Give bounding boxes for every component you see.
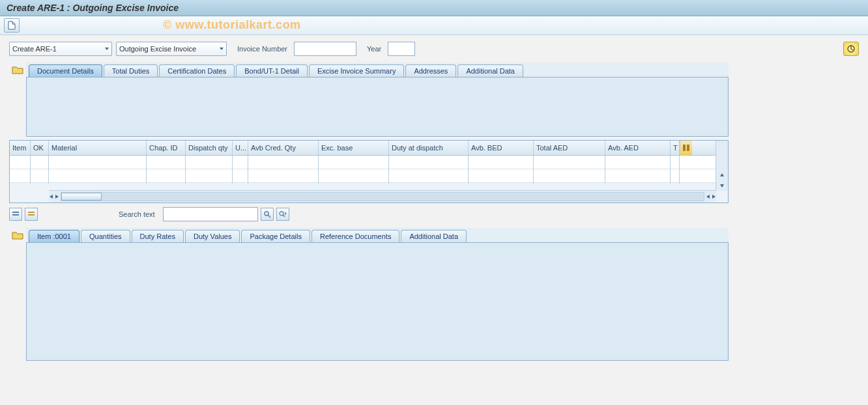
action-select-value: Create ARE-1 [12,45,57,53]
table-row[interactable] [10,156,728,169]
th-avb-bed[interactable]: Avb. BED [469,141,534,155]
collapse-header-button[interactable] [12,65,23,76]
table-header: Item OK Material Chap. ID Dispatch qty U… [10,141,728,156]
filter-row: Create ARE-1 Outgoing Excise Invoice Inv… [9,42,859,56]
tab-excise-invoice-summary[interactable]: Excise Invoice Summary [309,64,404,77]
search-text-input[interactable] [163,207,258,221]
new-document-button[interactable] [4,18,20,33]
svg-rect-5 [28,212,35,213]
svg-rect-1 [683,145,686,151]
column-config-button[interactable] [680,141,692,155]
window-title-text: Create ARE-1 : Outgoing Excise Invoice [7,3,179,13]
tab-certification-dates[interactable]: Certification Dates [159,64,235,77]
execute-button[interactable] [843,42,859,56]
action-select[interactable]: Create ARE-1 [9,42,112,56]
select-all-button[interactable] [9,208,22,221]
th-chap-id[interactable]: Chap. ID [147,141,186,155]
th-avb-cred-qty[interactable]: Avb Cred. Qty [248,141,319,155]
collapse-item-button[interactable] [12,230,23,241]
th-exc-base[interactable]: Exc. base [319,141,389,155]
scroll-up-icon[interactable] [717,170,727,180]
window-title: Create ARE-1 : Outgoing Excise Invoice [0,0,868,16]
table-hscroll[interactable] [49,190,716,202]
svg-rect-4 [12,214,19,216]
item-table: Item OK Material Chap. ID Dispatch qty U… [9,140,729,203]
tab-duty-rates[interactable]: Duty Rates [132,230,184,242]
svg-rect-6 [28,214,35,216]
th-material[interactable]: Material [49,141,147,155]
tab-additional-data[interactable]: Additional Data [457,64,523,77]
tab-package-details[interactable]: Package Details [241,230,310,242]
scroll-right-end-icon[interactable] [711,193,716,201]
header-tabstrip: Document Details Total Duties Certificat… [26,63,729,77]
th-total-aed[interactable]: Total AED [534,141,605,155]
year-input[interactable] [388,42,415,56]
search-text-label: Search text [119,210,155,218]
scroll-left-end-icon[interactable] [706,193,711,201]
item-tabstrip: Item :0001 Quantities Duty Rates Duty Va… [26,228,729,243]
tab-duty-values[interactable]: Duty Values [185,230,240,242]
th-unit[interactable]: U... [233,141,248,155]
scroll-right-icon[interactable] [54,193,59,201]
th-avb-aed[interactable]: Avb. AED [605,141,671,155]
svg-line-8 [268,215,270,217]
invoice-number-label: Invoice Number [231,45,290,53]
year-label: Year [360,45,384,53]
tab-bond-ut1-detail[interactable]: Bond/UT-1 Detail [236,64,308,77]
tab-document-details[interactable]: Document Details [29,64,102,77]
invoice-number-input[interactable] [294,42,356,56]
chevron-down-icon [220,48,224,50]
th-ok[interactable]: OK [31,141,49,155]
header-tab-body [26,77,729,137]
tab-item-0001[interactable]: Item :0001 [29,230,80,242]
find-button[interactable] [261,208,274,221]
th-t[interactable]: T [671,141,680,155]
th-dispatch-qty[interactable]: Dispatch qty [186,141,233,155]
table-toolbar: Search text [9,203,859,224]
app-toolbar [0,16,868,35]
tab-addresses[interactable]: Addresses [405,64,456,77]
tab-item-additional-data[interactable]: Additional Data [401,230,467,242]
svg-rect-3 [12,212,19,213]
th-duty-at-dispatch[interactable]: Duty at dispatch [389,141,469,155]
scroll-down-icon[interactable] [717,180,727,191]
chevron-down-icon [105,48,109,50]
tab-quantities[interactable]: Quantities [81,230,130,242]
th-item[interactable]: Item [10,141,31,155]
item-tab-body [26,243,729,361]
scroll-left-icon[interactable] [49,193,54,201]
hscroll-thumb[interactable] [61,193,102,201]
svg-line-10 [283,215,285,217]
find-next-button[interactable] [276,208,289,221]
deselect-all-button[interactable] [25,208,38,221]
tab-reference-documents[interactable]: Reference Documents [311,230,399,242]
table-row[interactable] [10,169,728,183]
doc-type-select[interactable]: Outgoing Excise Invoice [116,42,227,56]
doc-type-select-value: Outgoing Excise Invoice [119,45,196,53]
table-vscroll[interactable] [716,141,728,191]
tab-total-duties[interactable]: Total Duties [104,64,158,77]
svg-rect-2 [687,145,689,151]
